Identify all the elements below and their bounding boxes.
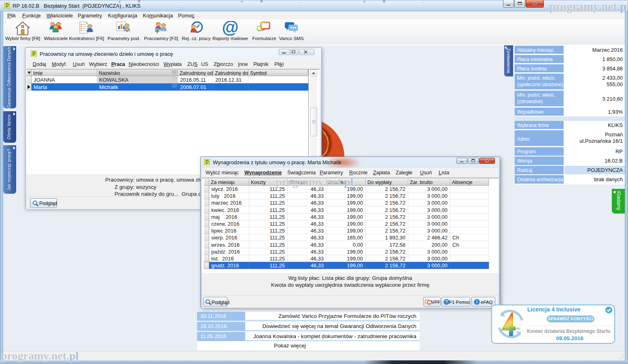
svg-text:INCLUSIVE: INCLUSIVE — [503, 327, 520, 330]
svg-text:i: i — [476, 299, 477, 304]
svg-text:@: @ — [222, 21, 238, 36]
svg-text:?: ? — [445, 299, 448, 304]
